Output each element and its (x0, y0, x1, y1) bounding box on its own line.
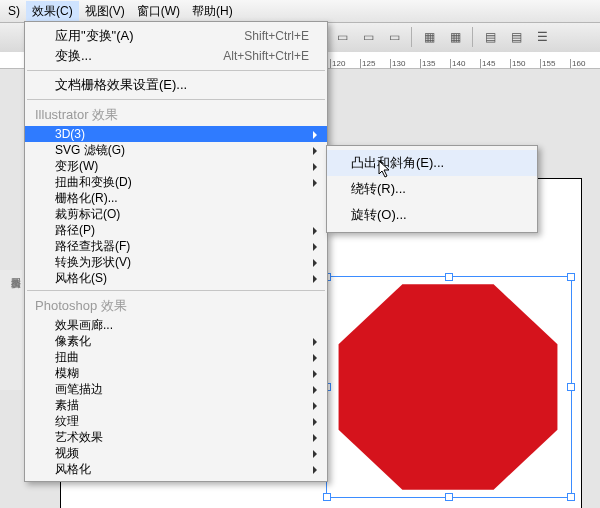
menu-item-label: 应用"变换"(A) (55, 27, 134, 45)
menu-doc-raster-settings[interactable]: 文档栅格效果设置(E)... (25, 75, 327, 95)
menu-heading-illustrator: Illustrator 效果 (25, 104, 327, 126)
effect-menu: 应用"变换"(A) Shift+Ctrl+E 变换... Alt+Shift+C… (24, 21, 328, 482)
menu-distort-transform[interactable]: 扭曲和变换(D) (25, 174, 327, 190)
menu-rasterize[interactable]: 栅格化(R)... (25, 190, 327, 206)
menu-item-label: 纹理 (55, 414, 79, 428)
ruler-tick: 160 (570, 59, 600, 68)
menu-brush-strokes[interactable]: 画笔描边 (25, 381, 327, 397)
ruler-tick: 150 (510, 59, 540, 68)
menu-pathfinder[interactable]: 路径查找器(F) (25, 238, 327, 254)
menu-heading-photoshop: Photoshop 效果 (25, 295, 327, 317)
submenu-rotate[interactable]: 旋转(O)... (327, 202, 537, 228)
menu-item-label: 栅格化(R)... (55, 191, 118, 205)
shape-button[interactable]: ▤ (504, 25, 528, 49)
transform-button[interactable]: ▦ (417, 25, 441, 49)
resize-handle-se[interactable] (567, 493, 575, 501)
ruler-tick: 145 (480, 59, 510, 68)
menu-separator (27, 99, 325, 100)
resize-handle-s[interactable] (445, 493, 453, 501)
menu-texture[interactable]: 纹理 (25, 413, 327, 429)
menu-convert-to-shape[interactable]: 转换为形状(V) (25, 254, 327, 270)
submenu-revolve[interactable]: 绕转(R)... (327, 176, 537, 202)
menubar: S) 效果(C) 视图(V) 窗口(W) 帮助(H) (0, 0, 600, 23)
menu-item-label: 旋转(O)... (351, 207, 407, 222)
menu-distort[interactable]: 扭曲 (25, 349, 327, 365)
menu-item-label: 艺术效果 (55, 430, 103, 444)
menu-item-label: 凸出和斜角(E)... (351, 155, 444, 170)
menu-item-label: 素描 (55, 398, 79, 412)
menu-artistic[interactable]: 艺术效果 (25, 429, 327, 445)
menu-pixelate[interactable]: 像素化 (25, 333, 327, 349)
resize-handle-sw[interactable] (323, 493, 331, 501)
menu-warp[interactable]: 变形(W) (25, 158, 327, 174)
menu-item-label: 视频 (55, 446, 79, 460)
align-right-button[interactable]: ▭ (382, 25, 406, 49)
ruler-tick: 125 (360, 59, 390, 68)
menu-separator (27, 290, 325, 291)
toolbar-separator (472, 27, 473, 47)
menu-item-shortcut: Shift+Ctrl+E (244, 29, 309, 43)
ruler-tick: 135 (420, 59, 450, 68)
menu-separator (27, 70, 325, 71)
toolbar-separator (411, 27, 412, 47)
menu-item-label: 效果画廊... (55, 318, 113, 332)
menu-item-label: 文档栅格效果设置(E)... (55, 76, 187, 94)
resize-handle-n[interactable] (445, 273, 453, 281)
ruler-tick: 120 (330, 59, 360, 68)
align-center-button[interactable]: ▭ (356, 25, 380, 49)
submenu-3d: 凸出和斜角(E)... 绕转(R)... 旋转(O)... (326, 145, 538, 233)
menu-select-trunc[interactable]: S) (2, 2, 26, 20)
menu-item-label: 变换... (55, 47, 92, 65)
resize-handle-ne[interactable] (567, 273, 575, 281)
menu-crop-marks[interactable]: 裁剪标记(O) (25, 206, 327, 222)
menu-video[interactable]: 视频 (25, 445, 327, 461)
menu-item-label: 风格化(S) (55, 271, 107, 285)
menu-effect[interactable]: 效果(C) (26, 1, 79, 22)
menu-stylize-ai[interactable]: 风格化(S) (25, 270, 327, 286)
menu-item-label: 像素化 (55, 334, 91, 348)
menu-item-label: 3D(3) (55, 127, 85, 141)
menu-item-label: 扭曲 (55, 350, 79, 364)
menu-item-label: 模糊 (55, 366, 79, 380)
menu-last-effect[interactable]: 变换... Alt+Shift+Ctrl+E (25, 46, 327, 66)
ruler-tick: 140 (450, 59, 480, 68)
menu-item-shortcut: Alt+Shift+Ctrl+E (223, 49, 309, 63)
selection-bounding-box[interactable] (326, 276, 572, 498)
menu-svg-filters[interactable]: SVG 滤镜(G) (25, 142, 327, 158)
menu-effect-gallery[interactable]: 效果画廊... (25, 317, 327, 333)
menu-view[interactable]: 视图(V) (79, 1, 131, 22)
menu-item-label: 风格化 (55, 462, 91, 476)
menu-item-label: 绕转(R)... (351, 181, 406, 196)
ruler-tick: 130 (390, 59, 420, 68)
more-button[interactable]: ☰ (530, 25, 554, 49)
distribute-button[interactable]: ▦ (443, 25, 467, 49)
graph-button[interactable]: ▤ (478, 25, 502, 49)
menu-item-label: 转换为形状(V) (55, 255, 131, 269)
menu-3d[interactable]: 3D(3) (25, 126, 327, 142)
menu-path[interactable]: 路径(P) (25, 222, 327, 238)
resize-handle-e[interactable] (567, 383, 575, 391)
submenu-extrude-bevel[interactable]: 凸出和斜角(E)... (327, 150, 537, 176)
menu-item-label: 路径(P) (55, 223, 95, 237)
menu-sketch[interactable]: 素描 (25, 397, 327, 413)
menu-item-label: 扭曲和变换(D) (55, 175, 132, 189)
menu-stylize-ps[interactable]: 风格化 (25, 461, 327, 477)
menu-apply-last-effect[interactable]: 应用"变换"(A) Shift+Ctrl+E (25, 26, 327, 46)
menu-item-label: 变形(W) (55, 159, 98, 173)
menu-help[interactable]: 帮助(H) (186, 1, 239, 22)
menu-item-label: 画笔描边 (55, 382, 103, 396)
align-left-button[interactable]: ▭ (330, 25, 354, 49)
menu-item-label: SVG 滤镜(G) (55, 143, 125, 157)
menu-item-label: 路径查找器(F) (55, 239, 130, 253)
side-panel-label: 替换图层 (0, 270, 22, 390)
menu-item-label: 裁剪标记(O) (55, 207, 120, 221)
menu-window[interactable]: 窗口(W) (131, 1, 186, 22)
menu-blur[interactable]: 模糊 (25, 365, 327, 381)
ruler-tick: 155 (540, 59, 570, 68)
